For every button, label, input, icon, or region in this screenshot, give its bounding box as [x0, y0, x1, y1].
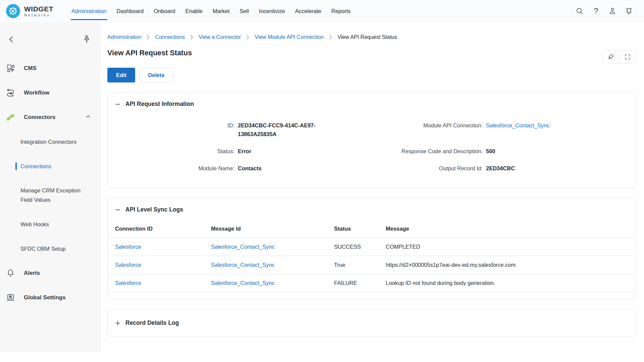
sidebar-label: CMS: [24, 65, 37, 72]
connection-id-link[interactable]: Salesforce: [115, 262, 141, 268]
record-details-log-header[interactable]: Record Details Log: [108, 309, 636, 337]
nav-incentivize[interactable]: Incentivize: [259, 0, 285, 22]
sidebar-item-cms[interactable]: CMS: [0, 56, 101, 80]
api-request-information-card: API Request Information ID: 2ED34CBC-FCC…: [107, 92, 636, 188]
collapse-minus-icon: [115, 207, 120, 213]
fullscreen-icon: [624, 54, 631, 60]
nav-enable[interactable]: Enable: [185, 0, 203, 22]
field-value-id: 2ED34CBC-FCC9-414C-AE97-13863A25835A: [238, 121, 318, 138]
pin-page-button[interactable]: [603, 50, 620, 64]
api-level-sync-logs-header[interactable]: API Level Sync Logs: [108, 198, 636, 213]
user-icon[interactable]: [608, 7, 617, 15]
breadcrumb-view-module-api-connection[interactable]: View Module API Connection: [255, 34, 324, 40]
alerts-bell-icon: [5, 268, 16, 278]
sidebar-pin-icon[interactable]: [82, 35, 91, 44]
message-cell: COMPLETED: [386, 238, 636, 256]
edit-button[interactable]: Edit: [107, 68, 135, 82]
search-icon[interactable]: [575, 7, 584, 15]
field-label-module-name: Module Name:: [116, 164, 234, 173]
api-request-information-header[interactable]: API Request Information: [108, 93, 636, 108]
column-header-status: Status: [334, 226, 386, 238]
sidebar-label: Global Settings: [24, 294, 66, 301]
status-cell: SUCCESS: [334, 238, 386, 256]
field-value-module-name: Contacts: [238, 164, 369, 173]
message-id-link[interactable]: Salesforce_Contact_Sync: [211, 280, 275, 286]
column-header-connection-id: Connection ID: [108, 226, 211, 238]
sidebar-sublabel: Manage CRM Exception Field Values: [20, 186, 82, 204]
nav-administration[interactable]: Administration: [71, 0, 107, 22]
breadcrumb-chevron-icon: [146, 35, 150, 40]
column-header-message-id: Message Id: [211, 226, 334, 238]
nav-onboard[interactable]: Onboard: [154, 0, 175, 22]
nav-dashboard[interactable]: Dashboard: [117, 0, 144, 22]
nav-accelerate[interactable]: Accelerate: [295, 0, 321, 22]
message-id-link[interactable]: Salesforce_Contact_Sync: [211, 244, 275, 250]
nav-reports[interactable]: Reports: [331, 0, 351, 22]
brand-logo[interactable]: WIDGET Networks: [0, 4, 65, 18]
brand-name: WIDGET: [24, 5, 53, 12]
nav-sell[interactable]: Sell: [239, 0, 249, 22]
page-corner-actions: [603, 50, 636, 64]
breadcrumb-current: View API Request Status: [337, 34, 397, 40]
main-content: Administration Connections View a Connec…: [101, 22, 644, 362]
connection-id-link[interactable]: Salesforce: [115, 244, 141, 250]
global-settings-laptop-wrench-icon: [5, 293, 16, 302]
sidebar-item-alerts[interactable]: Alerts: [0, 261, 101, 285]
breadcrumb: Administration Connections View a Connec…: [107, 34, 636, 40]
message-cell: Lookup ID not found during body generati…: [386, 274, 636, 292]
nav-market[interactable]: Market: [213, 0, 229, 22]
breadcrumb-view-a-connector[interactable]: View a Connector: [199, 34, 241, 40]
sidebar-item-sfdc-obm-setup[interactable]: SFDC OBM Setup: [0, 236, 101, 261]
connectors-plug-icon: [5, 113, 16, 122]
card-title: API Level Sync Logs: [125, 206, 183, 213]
top-navigation: Administration Dashboard Onboard Enable …: [71, 0, 351, 22]
breadcrumb-chevron-icon: [190, 35, 194, 40]
message-cell: https://d2×000005s1p7eai-dev-ed.my.sales…: [386, 256, 636, 274]
expand-plus-icon: [115, 320, 120, 326]
sidebar-item-workflow[interactable]: Workflow: [0, 80, 101, 105]
workflow-icon: [5, 88, 16, 97]
pin-icon: [608, 54, 614, 60]
breadcrumb-administration[interactable]: Administration: [107, 34, 141, 40]
breadcrumb-chevron-icon: [246, 35, 250, 40]
sidebar-sublabel: SFDC OBM Setup: [20, 244, 66, 253]
brand-subtitle: Networks: [24, 13, 53, 17]
sidebar-sublabel: Integration Connectors: [20, 137, 76, 146]
sidebar-sublabel: Connections: [20, 162, 51, 171]
page-title: View API Request Status: [107, 49, 636, 57]
sidebar-item-global-settings[interactable]: Global Settings: [0, 285, 101, 310]
field-label-response-code: Response Code and Description:: [372, 147, 483, 156]
breadcrumb-connections[interactable]: Connections: [155, 34, 185, 40]
fullscreen-button[interactable]: [619, 50, 636, 64]
sidebar-item-web-hooks[interactable]: Web Hooks: [0, 212, 101, 236]
notifications-bell-icon[interactable]: [625, 7, 633, 15]
sidebar-sublabel: Web Hooks: [20, 220, 49, 229]
delete-button[interactable]: Delete: [139, 68, 173, 82]
table-row: Salesforce Salesforce_Contact_Sync SUCCE…: [108, 238, 636, 256]
widget-networks-logo-icon: [6, 4, 20, 18]
help-icon[interactable]: ?: [592, 7, 600, 15]
sidebar-collapse-back-icon[interactable]: [7, 35, 16, 44]
table-header-row: Connection ID Message Id Status Message: [108, 226, 636, 238]
field-value-status: Error: [238, 147, 369, 156]
table-row: Salesforce Salesforce_Contact_Sync True …: [108, 256, 636, 274]
sidebar-item-connectors[interactable]: Connectors: [0, 105, 101, 129]
breadcrumb-chevron-icon: [329, 35, 332, 40]
module-api-connection-link[interactable]: Salesforce_Contact_Sync: [486, 122, 550, 128]
api-level-sync-logs-card: API Level Sync Logs Connection ID Messag…: [107, 198, 636, 299]
connection-id-link[interactable]: Salesforce: [115, 280, 141, 286]
field-label-output-record-id: Output Record Id:: [372, 164, 483, 173]
table-row: Salesforce Salesforce_Contact_Sync FAILU…: [108, 274, 636, 292]
record-details-log-card: Record Details Log: [107, 309, 636, 336]
status-cell: FAILURE: [334, 274, 386, 292]
sidebar-label: Connectors: [24, 114, 55, 121]
sidebar-label: Alerts: [24, 270, 40, 277]
sidebar-item-connections[interactable]: Connections: [0, 154, 101, 178]
sidebar-item-integration-connectors[interactable]: Integration Connectors: [0, 129, 101, 154]
sidebar-label: Workflow: [24, 89, 49, 96]
field-value-response-code: 500: [486, 147, 628, 156]
page-actions: Edit Delete: [107, 68, 636, 82]
message-id-link[interactable]: Salesforce_Contact_Sync: [211, 262, 275, 268]
sidebar-item-manage-crm-exception-field-values[interactable]: Manage CRM Exception Field Values: [0, 178, 101, 212]
card-title: Record Details Log: [125, 319, 179, 326]
